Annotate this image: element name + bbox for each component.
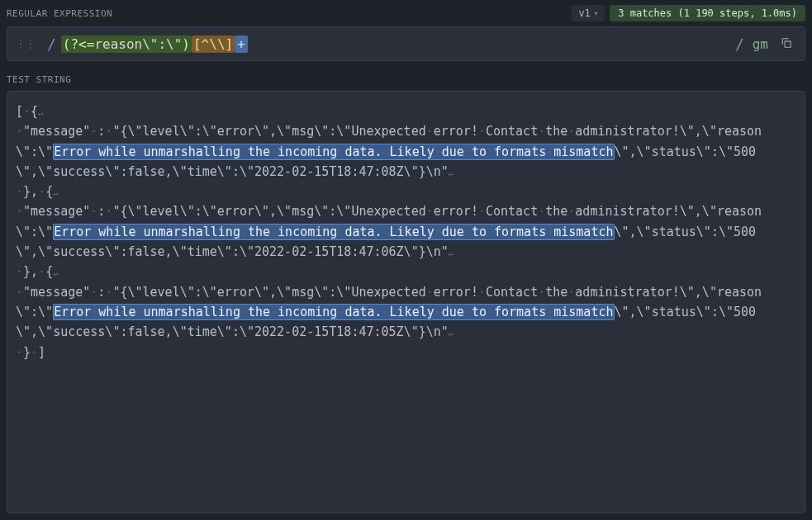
match-stats: 3 matches (1 190 steps, 1.0ms)	[610, 5, 805, 21]
regex-delimiter-close: /	[735, 35, 744, 53]
copy-icon[interactable]	[776, 33, 796, 55]
chevron-down-icon: ▾	[594, 9, 598, 17]
regex-match: Error·while·unmarshalling·the·incoming·d…	[53, 144, 614, 160]
test-string-input[interactable]: [·{↵·"message"·:·"{\"level\":\"error\",\…	[7, 91, 805, 513]
regex-header: REGULAR EXPRESSION v1 ▾ 3 matches (1 190…	[0, 0, 812, 26]
regex-input-container[interactable]: ⋮⋮ / (?<=reason\":\")[^\\]+ / gm	[7, 26, 805, 61]
test-header: TEST STRING	[7, 68, 805, 91]
test-section: TEST STRING [·{↵·"message"·:·"{\"level\"…	[0, 68, 812, 513]
version-label: v1	[578, 7, 590, 19]
regex-section-label: REGULAR EXPRESSION	[7, 8, 112, 19]
regex-match: Error·while·unmarshalling·the·incoming·d…	[53, 304, 614, 320]
regex-pattern[interactable]: (?<=reason\":\")[^\\]+	[61, 35, 730, 53]
test-section-label: TEST STRING	[7, 74, 71, 85]
version-selector[interactable]: v1 ▾	[572, 5, 605, 21]
drag-handle-icon[interactable]: ⋮⋮	[16, 38, 36, 50]
header-controls: v1 ▾ 3 matches (1 190 steps, 1.0ms)	[572, 5, 805, 21]
regex-delimiter-open: /	[47, 35, 56, 53]
regex-match: Error·while·unmarshalling·the·incoming·d…	[53, 224, 614, 240]
svg-rect-0	[785, 41, 791, 47]
regex-flags[interactable]: gm	[753, 36, 768, 52]
